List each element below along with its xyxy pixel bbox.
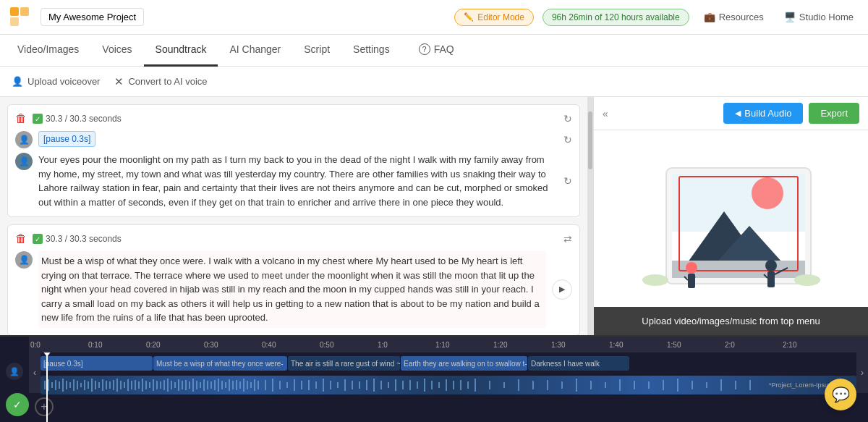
svg-rect-87 bbox=[301, 381, 302, 389]
upload-voiceover-button[interactable]: 👤 Upload voiceover bbox=[12, 76, 100, 87]
svg-rect-68 bbox=[210, 381, 212, 389]
scene-1-refresh-button[interactable]: ↻ bbox=[563, 113, 572, 125]
scroll-bar[interactable] bbox=[587, 97, 593, 335]
svg-rect-97 bbox=[373, 379, 375, 392]
svg-point-6 bbox=[752, 177, 783, 209]
editor-mode-button[interactable]: Editor Mode bbox=[454, 9, 534, 26]
studio-home-button[interactable]: 🖥️ Studio Home bbox=[778, 9, 859, 25]
svg-rect-32 bbox=[80, 383, 82, 387]
svg-rect-91 bbox=[330, 381, 331, 389]
svg-rect-12 bbox=[688, 274, 695, 288]
row-2-refresh-button[interactable]: ↻ bbox=[563, 175, 572, 187]
svg-rect-105 bbox=[431, 381, 433, 389]
right-panel-header: « Build Audio Export bbox=[594, 97, 868, 130]
scene-2-row: 👤 Must be a wisp of what they once were.… bbox=[15, 251, 572, 328]
project-name-button[interactable]: My Awesome Project bbox=[41, 8, 144, 26]
svg-rect-53 bbox=[156, 381, 158, 389]
chat-bubble-button[interactable]: 💬 bbox=[825, 379, 856, 410]
music-waveform[interactable]: *Project_Lorem-Ipsum.mp3* bbox=[41, 376, 856, 394]
briefcase-icon: 💼 bbox=[704, 12, 715, 22]
svg-point-20 bbox=[794, 274, 820, 286]
tab-ai-changer[interactable]: AI Changer bbox=[218, 35, 292, 67]
build-audio-button[interactable]: Build Audio bbox=[723, 103, 803, 124]
svg-rect-38 bbox=[102, 379, 103, 391]
tab-faq[interactable]: ? FAQ bbox=[407, 35, 466, 67]
svg-rect-29 bbox=[69, 382, 71, 388]
svg-rect-88 bbox=[308, 380, 310, 390]
shuffle-icon[interactable]: ⇄ bbox=[563, 233, 572, 245]
svg-rect-28 bbox=[66, 381, 67, 389]
nav-tabs: Video/Images Voices Soundtrack AI Change… bbox=[0, 35, 868, 67]
svg-rect-121 bbox=[619, 379, 621, 391]
svg-rect-55 bbox=[163, 380, 165, 390]
scene-block-2: 🗑 ✓ 30.3 / 30.3 seconds ⇄ 👤 Must be a wi… bbox=[7, 224, 580, 335]
svg-rect-24 bbox=[51, 382, 53, 388]
segment-air[interactable]: The air is still a rare gust of wind ~ bbox=[288, 356, 400, 371]
svg-rect-114 bbox=[518, 379, 519, 391]
timeline-ruler: 0:0 0:10 0:20 0:30 0:40 0:50 1:0 1:10 1:… bbox=[0, 337, 868, 353]
svg-rect-98 bbox=[380, 381, 382, 389]
svg-rect-96 bbox=[366, 380, 367, 390]
svg-rect-115 bbox=[532, 381, 534, 389]
svg-rect-120 bbox=[605, 382, 606, 388]
svg-rect-49 bbox=[142, 379, 143, 392]
tab-soundtrack[interactable]: Soundtrack bbox=[144, 35, 218, 67]
timeline-right-arrow[interactable]: › bbox=[856, 353, 868, 393]
svg-rect-77 bbox=[243, 379, 244, 392]
svg-rect-94 bbox=[352, 381, 353, 389]
svg-rect-109 bbox=[460, 380, 461, 390]
scene-1-delete-button[interactable]: 🗑 bbox=[15, 112, 27, 125]
voice-track-icon[interactable]: 👤 bbox=[6, 363, 23, 380]
svg-rect-39 bbox=[106, 381, 107, 389]
convert-icon: ✕ bbox=[114, 75, 124, 88]
svg-rect-34 bbox=[88, 381, 89, 389]
svg-rect-2 bbox=[10, 17, 19, 26]
svg-rect-125 bbox=[677, 379, 678, 392]
scene-2-play-button[interactable]: ▶ bbox=[552, 279, 572, 300]
timeline-body: 👤 🎵 ‹ [pause 0.3s] Must be a wisp of wha… bbox=[0, 353, 868, 422]
svg-rect-76 bbox=[239, 381, 241, 389]
svg-rect-112 bbox=[489, 381, 490, 389]
convert-ai-voice-button[interactable]: ✕ Convert to AI voice bbox=[114, 75, 207, 88]
svg-rect-95 bbox=[359, 381, 360, 389]
segment-pause[interactable]: [pause 0.3s] bbox=[41, 356, 153, 371]
svg-rect-52 bbox=[153, 379, 154, 391]
tab-script[interactable]: Script bbox=[292, 35, 341, 67]
preview-illustration bbox=[623, 153, 840, 313]
svg-rect-27 bbox=[62, 379, 64, 392]
resources-button[interactable]: 💼 Resources bbox=[698, 9, 770, 25]
svg-point-11 bbox=[686, 262, 697, 274]
svg-rect-58 bbox=[174, 382, 176, 388]
svg-rect-66 bbox=[203, 379, 205, 391]
svg-rect-99 bbox=[388, 382, 389, 388]
scene-block-1: 🗑 ✓ 30.3 / 30.3 seconds ↻ 👤 [pause 0.3s]… bbox=[7, 104, 580, 217]
tab-settings[interactable]: Settings bbox=[341, 35, 401, 67]
collapse-button[interactable]: « bbox=[603, 108, 608, 119]
scene-2-check: ✓ 30.3 / 30.3 seconds bbox=[33, 234, 122, 244]
svg-rect-60 bbox=[182, 381, 183, 389]
segment-wisp[interactable]: Must be a wisp of what they once were- bbox=[153, 356, 287, 371]
left-panel: 🗑 ✓ 30.3 / 30.3 seconds ↻ 👤 [pause 0.3s]… bbox=[0, 97, 587, 335]
svg-rect-1 bbox=[20, 7, 29, 16]
export-button[interactable]: Export bbox=[809, 103, 859, 124]
segment-darkness[interactable]: Darkness I have walk bbox=[528, 356, 629, 371]
svg-rect-107 bbox=[446, 379, 447, 391]
timeline-left-arrow[interactable]: ‹ bbox=[29, 353, 41, 393]
svg-rect-83 bbox=[272, 379, 273, 392]
tab-voices[interactable]: Voices bbox=[90, 35, 143, 67]
scene-1-row-2: 👤 Your eyes pour the moonlight on my pat… bbox=[15, 153, 572, 209]
green-check-badge[interactable]: ✓ bbox=[6, 393, 29, 416]
scene-2-delete-button[interactable]: 🗑 bbox=[15, 232, 27, 245]
logo bbox=[9, 6, 32, 29]
tab-video-images[interactable]: Video/Images bbox=[6, 35, 90, 67]
scene-1-rows: 👤 [pause 0.3s] ↻ 👤 Your eyes pour the mo… bbox=[15, 131, 572, 209]
svg-point-21 bbox=[642, 274, 668, 286]
svg-rect-56 bbox=[167, 379, 169, 392]
svg-rect-46 bbox=[131, 381, 132, 389]
svg-rect-104 bbox=[424, 379, 425, 392]
svg-rect-128 bbox=[720, 379, 722, 391]
svg-rect-102 bbox=[409, 380, 411, 390]
segment-earth[interactable]: Earth they are walking on to swallow t- bbox=[401, 356, 527, 371]
add-circle-button[interactable]: + bbox=[35, 397, 54, 416]
row-1-refresh-button[interactable]: ↻ bbox=[563, 134, 572, 145]
